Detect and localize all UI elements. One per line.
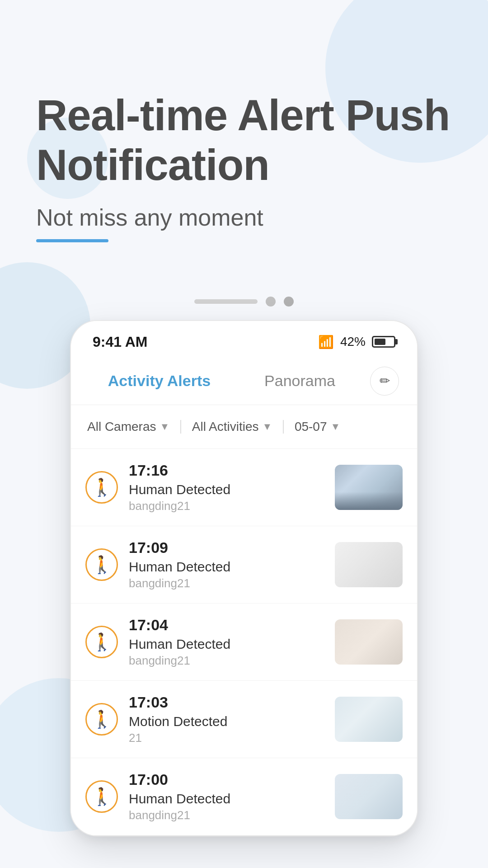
hero-title: Real-time Alert Push Notification bbox=[36, 90, 452, 190]
filter-bar: All Cameras ▼ All Activities ▼ 05-07 ▼ bbox=[71, 405, 417, 449]
activity-time: 17:04 bbox=[129, 616, 324, 634]
activity-type: Human Detected bbox=[129, 559, 324, 575]
human-icon: 🚶 bbox=[91, 477, 113, 497]
activity-info: 17:00 Human Detected bangding21 bbox=[129, 771, 324, 822]
date-filter-chevron: ▼ bbox=[331, 421, 341, 433]
activity-time: 17:00 bbox=[129, 771, 324, 788]
activity-thumbnail bbox=[335, 542, 403, 587]
activity-filter-chevron: ▼ bbox=[263, 421, 272, 433]
activity-type: Motion Detected bbox=[129, 714, 324, 729]
activity-item[interactable]: 🚶 17:04 Human Detected bangding21 bbox=[71, 604, 417, 681]
activity-camera: bangding21 bbox=[129, 576, 324, 590]
battery-fill bbox=[375, 339, 385, 345]
activity-type: Human Detected bbox=[129, 482, 324, 497]
edit-icon: ✏ bbox=[380, 373, 390, 388]
activity-info: 17:16 Human Detected bangding21 bbox=[129, 462, 324, 513]
activity-info: 17:09 Human Detected bangding21 bbox=[129, 539, 324, 590]
phone-mockup: 9:41 AM 📶 42% Activity Alerts Panorama bbox=[70, 320, 418, 836]
activity-icon-wrap: 🚶 bbox=[85, 780, 118, 813]
activity-info: 17:04 Human Detected bangding21 bbox=[129, 616, 324, 668]
phone-container: 9:41 AM 📶 42% Activity Alerts Panorama bbox=[36, 320, 452, 836]
activity-item[interactable]: 🚶 17:16 Human Detected bangding21 bbox=[71, 449, 417, 526]
status-time: 9:41 AM bbox=[93, 334, 148, 350]
activity-item[interactable]: 🚶 17:03 Motion Detected 21 bbox=[71, 681, 417, 758]
activity-type: Human Detected bbox=[129, 791, 324, 807]
activity-thumbnail bbox=[335, 619, 403, 665]
activity-icon-wrap: 🚶 bbox=[85, 703, 118, 736]
activity-icon-wrap: 🚶 bbox=[85, 626, 118, 658]
activity-camera: 21 bbox=[129, 731, 324, 745]
activity-time: 17:09 bbox=[129, 539, 324, 557]
date-filter-label: 05-07 bbox=[295, 420, 327, 434]
carousel-dot-2[interactable] bbox=[284, 297, 294, 307]
activity-item[interactable]: 🚶 17:09 Human Detected bangding21 bbox=[71, 526, 417, 604]
hero-section: Real-time Alert Push Notification Not mi… bbox=[36, 0, 452, 269]
human-icon: 🚶 bbox=[91, 555, 113, 575]
activity-filter-label: All Activities bbox=[192, 420, 259, 434]
status-bar: 9:41 AM 📶 42% bbox=[71, 321, 417, 358]
activity-info: 17:03 Motion Detected 21 bbox=[129, 693, 324, 745]
camera-filter-chevron: ▼ bbox=[160, 421, 169, 433]
carousel-dot-1[interactable] bbox=[266, 297, 276, 307]
wifi-icon: 📶 bbox=[318, 335, 334, 349]
activity-camera: bangding21 bbox=[129, 654, 324, 668]
activity-filter-button[interactable]: All Activities ▼ bbox=[190, 416, 274, 438]
hero-subtitle: Not miss any moment bbox=[36, 204, 263, 231]
hero-underline bbox=[36, 239, 108, 242]
filter-divider-2 bbox=[283, 420, 284, 434]
tab-panorama[interactable]: Panorama bbox=[230, 368, 370, 394]
date-filter-button[interactable]: 05-07 ▼ bbox=[293, 416, 342, 438]
carousel-area bbox=[36, 297, 452, 307]
activity-camera: bangding21 bbox=[129, 808, 324, 822]
tab-activity-alerts[interactable]: Activity Alerts bbox=[89, 368, 230, 394]
battery-percent: 42% bbox=[340, 335, 366, 349]
human-icon: 🚶 bbox=[91, 632, 113, 652]
tab-bar: Activity Alerts Panorama ✏ bbox=[71, 358, 417, 405]
activity-icon-wrap: 🚶 bbox=[85, 471, 118, 504]
activity-camera: bangding21 bbox=[129, 499, 324, 513]
battery-icon bbox=[372, 336, 395, 348]
content-wrapper: Real-time Alert Push Notification Not mi… bbox=[0, 0, 488, 836]
edit-button[interactable]: ✏ bbox=[370, 367, 399, 396]
camera-filter-label: All Cameras bbox=[87, 420, 156, 434]
activity-time: 17:03 bbox=[129, 693, 324, 711]
activity-time: 17:16 bbox=[129, 462, 324, 479]
activity-icon-wrap: 🚶 bbox=[85, 548, 118, 581]
activity-type: Human Detected bbox=[129, 637, 324, 652]
filter-divider-1 bbox=[180, 420, 181, 434]
activity-thumbnail bbox=[335, 697, 403, 742]
activity-thumbnail bbox=[335, 774, 403, 819]
status-right: 📶 42% bbox=[318, 335, 395, 349]
camera-filter-button[interactable]: All Cameras ▼ bbox=[85, 416, 171, 438]
human-icon: 🚶 bbox=[91, 787, 113, 807]
activity-thumbnail bbox=[335, 465, 403, 510]
activity-list: 🚶 17:16 Human Detected bangding21 🚶 17:0… bbox=[71, 449, 417, 835]
carousel-progress-bar bbox=[194, 299, 258, 304]
motion-icon: 🚶 bbox=[91, 709, 113, 729]
activity-item[interactable]: 🚶 17:00 Human Detected bangding21 bbox=[71, 758, 417, 835]
